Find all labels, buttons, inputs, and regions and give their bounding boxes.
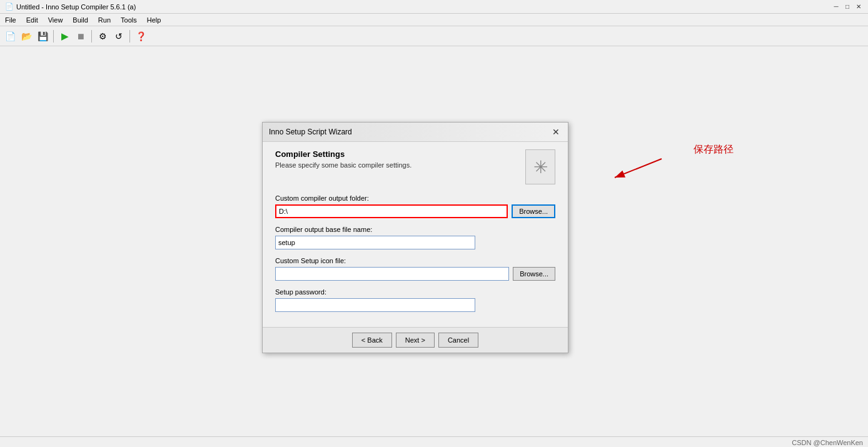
window-controls: ─ □ ✕ [832, 3, 863, 11]
dialog-footer: < Back Next > Cancel [263, 327, 568, 353]
base-filename-input[interactable] [275, 236, 475, 249]
icon-file-section: Custom Setup icon file: Browse... [275, 257, 555, 281]
dialog-heading: Compiler Settings [275, 149, 411, 159]
toolbar-compile[interactable]: ⚙ [95, 29, 110, 44]
app-icon: 📄 [5, 3, 14, 11]
dialog-body: Compiler Settings Please specify some ba… [263, 142, 568, 327]
annotation-arrow-svg [602, 149, 677, 187]
password-input[interactable] [275, 298, 475, 312]
menu-tools[interactable]: Tools [116, 15, 142, 25]
toolbar-save[interactable]: 💾 [35, 29, 50, 44]
password-section: Setup password: [275, 288, 555, 312]
wizard-icon: ✳ [533, 157, 548, 178]
dialog-title-bar: Inno Setup Script Wizard ✕ [263, 123, 568, 142]
toolbar-run[interactable]: ▶ [57, 29, 72, 44]
title-bar: 📄 Untitled - Inno Setup Compiler 5.6.1 (… [0, 0, 868, 14]
menu-bar: File Edit View Build Run Tools Help [0, 14, 868, 26]
output-folder-input[interactable] [275, 204, 508, 218]
dialog-header: Compiler Settings Please specify some ba… [275, 149, 555, 184]
icon-file-label: Custom Setup icon file: [275, 257, 555, 264]
next-button[interactable]: Next > [396, 333, 435, 348]
menu-view[interactable]: View [43, 15, 68, 25]
back-button[interactable]: < Back [352, 333, 392, 348]
dialog-header-text: Compiler Settings Please specify some ba… [275, 149, 411, 169]
toolbar-help[interactable]: ❓ [133, 29, 148, 44]
toolbar-open[interactable]: 📂 [19, 29, 34, 44]
menu-file[interactable]: File [0, 15, 21, 25]
window-title: Untitled - Inno Setup Compiler 5.6.1 (a) [16, 3, 832, 11]
minimize-button[interactable]: ─ [832, 3, 840, 11]
icon-file-row: Browse... [275, 267, 555, 281]
toolbar-refresh[interactable]: ↺ [111, 29, 126, 44]
maximize-button[interactable]: □ [843, 3, 852, 11]
menu-run[interactable]: Run [93, 15, 116, 25]
output-folder-section: Custom compiler output folder: Browse... [275, 194, 555, 218]
dialog-close-button[interactable]: ✕ [550, 126, 562, 138]
dialog-header-icon: ✳ [525, 149, 555, 184]
browse-output-folder-button[interactable]: Browse... [512, 204, 555, 218]
menu-edit[interactable]: Edit [21, 15, 43, 25]
svg-line-1 [615, 159, 662, 178]
toolbar-stop[interactable]: ⏹ [73, 29, 88, 44]
status-text: CSDN @ChenWenKen [792, 439, 863, 446]
menu-build[interactable]: Build [68, 15, 93, 25]
base-filename-section: Compiler output base file name: [275, 226, 555, 249]
close-button[interactable]: ✕ [854, 3, 863, 11]
toolbar-sep-3 [129, 30, 130, 43]
toolbar-sep-2 [91, 30, 92, 43]
dialog-overlay: Inno Setup Script Wizard ✕ Compiler Sett… [0, 46, 868, 447]
cancel-button[interactable]: Cancel [438, 333, 478, 348]
dialog-subtext: Please specify some basic compiler setti… [275, 161, 411, 169]
base-filename-label: Compiler output base file name: [275, 226, 555, 233]
toolbar-new[interactable]: 📄 [3, 29, 18, 44]
icon-file-input[interactable] [275, 267, 509, 281]
status-bar: CSDN @ChenWenKen [0, 436, 868, 447]
compiler-settings-dialog: Inno Setup Script Wizard ✕ Compiler Sett… [262, 122, 568, 353]
output-folder-row: Browse... [275, 204, 555, 218]
main-content: Inno Setup Script Wizard ✕ Compiler Sett… [0, 46, 868, 447]
toolbar-sep-1 [53, 30, 54, 43]
toolbar: 📄 📂 💾 ▶ ⏹ ⚙ ↺ ❓ [0, 26, 868, 46]
browse-icon-file-button[interactable]: Browse... [513, 267, 555, 281]
dialog-title: Inno Setup Script Wizard [269, 128, 352, 136]
password-label: Setup password: [275, 288, 555, 296]
output-folder-label: Custom compiler output folder: [275, 194, 555, 202]
menu-help[interactable]: Help [142, 15, 166, 25]
annotation-text: 保存路径 [694, 143, 734, 156]
